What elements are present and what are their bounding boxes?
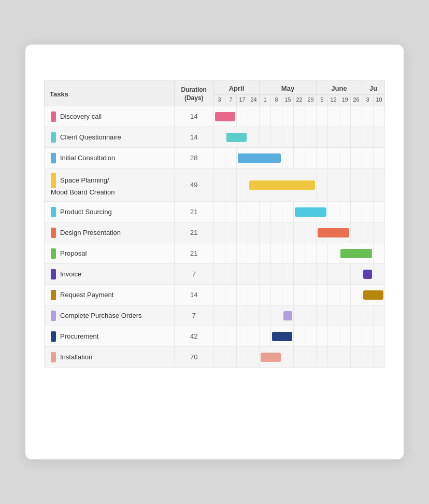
- empty-day-cell: [214, 243, 225, 264]
- empty-day-cell: [237, 285, 248, 305]
- empty-day-cell: [305, 148, 317, 169]
- task-color-indicator: [51, 132, 56, 143]
- task-duration-cell: 42: [174, 326, 214, 347]
- task-duration-cell: 70: [174, 347, 214, 368]
- day-24: 24: [248, 95, 260, 106]
- empty-day-cell: [339, 347, 351, 368]
- day-15: 15: [282, 95, 294, 106]
- task-label: Product Sourcing: [60, 207, 112, 215]
- task-duration-cell: 21: [174, 222, 214, 243]
- empty-day-cell: [214, 127, 225, 148]
- empty-day-cell: [294, 127, 305, 148]
- empty-day-cell: [282, 202, 294, 222]
- task-duration-cell: 14: [174, 285, 214, 305]
- empty-day-cell: [248, 243, 260, 264]
- empty-day-cell: [339, 202, 351, 222]
- empty-day-cell: [214, 326, 225, 347]
- task-bar-cell: [214, 106, 237, 127]
- empty-day-cell: [282, 106, 294, 127]
- empty-day-cell: [339, 326, 351, 347]
- empty-day-cell: [260, 127, 271, 148]
- task-bar: [272, 332, 292, 341]
- empty-day-cell: [305, 264, 317, 285]
- task-duration-cell: 14: [174, 106, 214, 127]
- empty-day-cell: [248, 222, 260, 243]
- empty-day-cell: [374, 326, 385, 347]
- empty-day-cell: [351, 285, 362, 305]
- day-7: 7: [225, 95, 237, 106]
- task-label: Procurement: [60, 332, 98, 340]
- empty-day-cell: [214, 305, 225, 326]
- empty-day-cell: [282, 264, 294, 285]
- empty-day-cell: [328, 106, 339, 127]
- empty-day-cell: [328, 326, 339, 347]
- empty-day-cell: [248, 347, 260, 368]
- empty-day-cell: [294, 305, 305, 326]
- task-bar-cell: [362, 285, 385, 305]
- empty-day-cell: [294, 347, 305, 368]
- task-duration-cell: 49: [174, 169, 214, 202]
- empty-day-cell: [237, 106, 248, 127]
- empty-day-cell: [317, 243, 328, 264]
- task-name-cell: Product Sourcing: [45, 202, 175, 222]
- task-row: Initial Consultation28: [45, 148, 385, 169]
- task-bar-cell: [317, 222, 351, 243]
- empty-day-cell: [237, 222, 248, 243]
- task-name-cell: Client Questionnaire: [45, 127, 175, 148]
- empty-day-cell: [374, 305, 385, 326]
- empty-day-cell: [339, 148, 351, 169]
- empty-day-cell: [237, 326, 248, 347]
- task-row: Invoice7: [45, 264, 385, 285]
- task-label: Proposal: [60, 249, 87, 257]
- day-5: 5: [317, 95, 328, 106]
- task-bar: [363, 270, 372, 279]
- month-header-row: Tasks Duration(Days) April May June Ju: [45, 80, 385, 95]
- empty-day-cell: [271, 202, 282, 222]
- day-12: 12: [328, 95, 339, 106]
- empty-day-cell: [374, 106, 385, 127]
- empty-day-cell: [305, 243, 317, 264]
- empty-day-cell: [260, 305, 271, 326]
- empty-day-cell: [374, 347, 385, 368]
- empty-day-cell: [214, 202, 225, 222]
- empty-day-cell: [248, 127, 260, 148]
- task-label: Complete Purchase Orders: [60, 311, 142, 319]
- task-bar-cell: [260, 347, 282, 368]
- task-bar-cell: [237, 148, 282, 169]
- empty-day-cell: [271, 127, 282, 148]
- empty-day-cell: [237, 202, 248, 222]
- day-17: 17: [237, 95, 248, 106]
- empty-day-cell: [260, 202, 271, 222]
- day-8: 8: [271, 95, 282, 106]
- task-duration-cell: 28: [174, 148, 214, 169]
- empty-day-cell: [305, 305, 317, 326]
- empty-day-cell: [317, 305, 328, 326]
- empty-day-cell: [328, 264, 339, 285]
- empty-day-cell: [271, 305, 282, 326]
- task-color-indicator: [51, 248, 56, 259]
- empty-day-cell: [351, 148, 362, 169]
- empty-day-cell: [248, 285, 260, 305]
- empty-day-cell: [362, 347, 374, 368]
- day-26: 26: [351, 95, 362, 106]
- task-color-indicator: [51, 111, 56, 122]
- task-label: Design Presentation: [60, 228, 121, 236]
- task-name-cell: Space Planning/ Mood Board Creation: [45, 169, 175, 202]
- empty-day-cell: [305, 285, 317, 305]
- day-19: 19: [339, 95, 351, 106]
- task-name-cell: Installation: [45, 347, 175, 368]
- empty-day-cell: [271, 106, 282, 127]
- empty-day-cell: [374, 148, 385, 169]
- task-name-cell: Request Payment: [45, 285, 175, 305]
- empty-day-cell: [282, 347, 294, 368]
- task-color-indicator: [51, 311, 56, 321]
- task-bar-cell: [294, 202, 328, 222]
- empty-day-cell: [225, 347, 237, 368]
- empty-day-cell: [328, 243, 339, 264]
- task-name-cell: Proposal: [45, 243, 175, 264]
- task-row: Client Questionnaire14: [45, 127, 385, 148]
- empty-day-cell: [237, 347, 248, 368]
- empty-day-cell: [294, 148, 305, 169]
- empty-day-cell: [305, 326, 317, 347]
- empty-day-cell: [339, 169, 351, 202]
